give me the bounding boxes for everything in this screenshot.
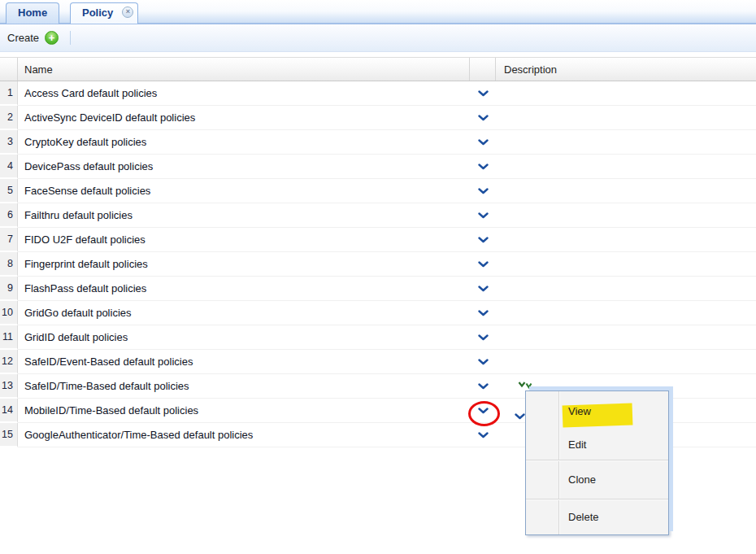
row-dropdown-arrow[interactable] (470, 325, 496, 350)
row-name: GridID default policies (18, 325, 470, 350)
chevron-down-icon (478, 188, 489, 194)
row-name: FIDO U2F default policies (18, 228, 470, 252)
row-name: GridGo default policies (18, 301, 470, 325)
row-name: DevicePass default policies (18, 155, 470, 179)
table-row[interactable]: 7 FIDO U2F default policies (0, 228, 756, 252)
create-button[interactable]: Create + (7, 31, 59, 45)
row-number: 6 (0, 203, 18, 228)
tab-policy-label: Policy (82, 7, 113, 19)
menu-item-view-label: View (568, 405, 591, 417)
toolbar-separator (70, 31, 71, 45)
row-description (496, 130, 756, 155)
chevron-down-icon (478, 115, 489, 121)
row-dropdown-arrow[interactable] (470, 374, 496, 399)
row-name: Fingerprint default policies (18, 252, 470, 277)
plus-icon: + (45, 31, 59, 45)
menu-item-edit-label: Edit (568, 438, 586, 451)
row-dropdown-arrow[interactable] (470, 179, 496, 203)
header-name-label: Name (24, 63, 53, 76)
menu-item-clone-label: Clone (568, 473, 596, 486)
table-row[interactable]: 1 Access Card default policies (0, 81, 756, 106)
chevron-down-icon (478, 334, 489, 341)
chevron-down-icon (478, 359, 489, 365)
tab-home-label: Home (18, 7, 47, 19)
row-name: FaceSense default policies (18, 179, 470, 203)
chevron-down-icon (478, 383, 489, 390)
menu-item-delete[interactable]: Delete (526, 499, 668, 534)
tab-bar: Home Policy × (0, 0, 756, 24)
table-row[interactable]: 11 GridID default policies (0, 325, 756, 350)
table-row[interactable]: 9 FlashPass default policies (0, 277, 756, 301)
row-dropdown-arrow[interactable] (470, 130, 496, 155)
table-row[interactable]: 10 GridGo default policies (0, 301, 756, 325)
row-name: CryptoKey default policies (18, 130, 470, 155)
row-name: ActiveSync DeviceID default policies (18, 106, 470, 130)
row-dropdown-arrow[interactable] (470, 228, 496, 252)
row-dropdown-arrow-row14[interactable] (470, 399, 496, 423)
row-name: GoogleAuthenticator/Time-Based default p… (18, 423, 470, 447)
row-description (496, 325, 756, 350)
row-name: Failthru default policies (18, 203, 470, 228)
row-dropdown-arrow[interactable] (470, 106, 496, 130)
menu-item-delete-label: Delete (568, 511, 599, 523)
header-name[interactable]: Name (18, 58, 470, 81)
row-number: 13 (0, 374, 18, 399)
row-number: 9 (0, 277, 18, 301)
row-number: 10 (0, 301, 18, 325)
chevron-down-icon (515, 408, 525, 423)
row-dropdown-arrow[interactable] (470, 277, 496, 301)
row-number: 7 (0, 228, 18, 252)
menu-item-clone[interactable]: Clone (526, 460, 668, 499)
chevron-down-icon (478, 90, 489, 97)
row-dropdown-arrow[interactable] (470, 301, 496, 325)
menu-item-edit[interactable]: Edit (526, 429, 668, 460)
row-dropdown-arrow[interactable] (470, 423, 496, 447)
row-description (496, 179, 756, 203)
row-dropdown-arrow[interactable] (470, 350, 496, 374)
chevron-down-icon (478, 261, 489, 268)
row-number: 12 (0, 350, 18, 374)
row-name: FlashPass default policies (18, 277, 470, 301)
row-number: 5 (0, 179, 18, 203)
row-description (496, 277, 756, 301)
table-row[interactable]: 6 Failthru default policies (0, 203, 756, 228)
row-number: 8 (0, 252, 18, 277)
row-dropdown-arrow[interactable] (470, 203, 496, 228)
header-actions (470, 58, 496, 81)
chevron-down-icon (478, 310, 489, 316)
table-row[interactable]: 12 SafeID/Event-Based default policies (0, 350, 756, 374)
row-description (496, 228, 756, 252)
tab-policy[interactable]: Policy × (70, 2, 138, 24)
menu-item-view[interactable]: View (526, 395, 668, 427)
chevron-down-icon (478, 432, 489, 438)
row-dropdown-arrow[interactable] (470, 252, 496, 277)
row-dropdown-arrow[interactable] (470, 81, 496, 106)
row-number: 15 (0, 423, 18, 447)
header-description-label: Description (504, 63, 557, 76)
grid-header: Name Description (0, 57, 756, 81)
chevron-down-icon (478, 164, 489, 170)
header-rownum (0, 58, 18, 81)
policy-grid: Name Description 1 Access Card default p… (0, 57, 756, 447)
chevron-down-icon (478, 408, 489, 414)
table-row[interactable]: 8 Fingerprint default policies (0, 252, 756, 277)
toolbar: Create + (0, 24, 756, 52)
row-description (496, 350, 756, 374)
row-number: 2 (0, 106, 18, 130)
table-row[interactable]: 3 CryptoKey default policies (0, 130, 756, 155)
row-name: Access Card default policies (18, 81, 470, 106)
tab-home[interactable]: Home (6, 2, 59, 24)
row-description (496, 106, 756, 130)
row-dropdown-arrow[interactable] (470, 155, 496, 179)
row-description (496, 155, 756, 179)
row-name: SafeID/Event-Based default policies (18, 350, 470, 374)
header-description[interactable]: Description (496, 58, 756, 81)
row-number: 14 (0, 399, 18, 423)
table-row[interactable]: 4 DevicePass default policies (0, 155, 756, 179)
row-description (496, 81, 756, 106)
row-name: SafeID/Time-Based default policies (18, 374, 470, 399)
row-context-menu: View Edit Clone Delete (525, 390, 669, 535)
table-row[interactable]: 2 ActiveSync DeviceID default policies (0, 106, 756, 130)
table-row[interactable]: 5 FaceSense default policies (0, 179, 756, 203)
close-icon[interactable]: × (122, 7, 133, 18)
